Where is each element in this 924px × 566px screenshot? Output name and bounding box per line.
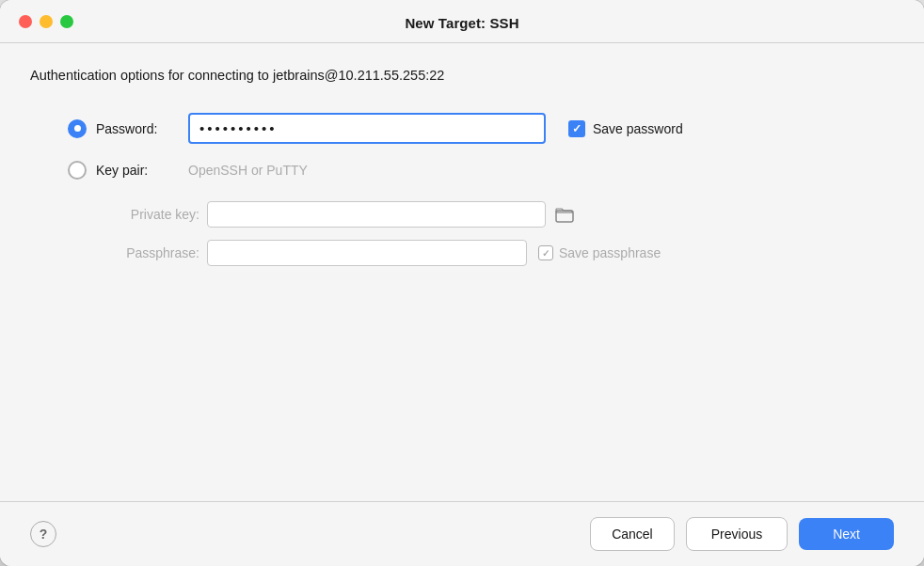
private-key-label: Private key: <box>96 207 199 222</box>
save-password-checkbox[interactable] <box>568 120 585 137</box>
passphrase-label: Passphrase: <box>96 245 199 260</box>
keypair-radio[interactable] <box>68 161 87 180</box>
titlebar: New Target: SSH <box>0 0 924 42</box>
previous-button[interactable]: Previous <box>686 517 788 551</box>
save-password-label: Save password <box>593 121 683 136</box>
close-button[interactable] <box>19 15 32 28</box>
help-button[interactable]: ? <box>30 521 56 547</box>
auth-description: Authentication options for connecting to… <box>30 66 894 85</box>
main-content: Authentication options for connecting to… <box>0 43 924 501</box>
save-passphrase-label: Save passphrase <box>559 245 661 260</box>
save-passphrase-checkbox[interactable] <box>538 245 553 260</box>
password-row: Password: Save password <box>68 113 894 144</box>
passphrase-input[interactable] <box>207 240 527 266</box>
private-key-input[interactable] <box>207 201 546 228</box>
cancel-button[interactable]: Cancel <box>590 517 675 551</box>
browse-button[interactable] <box>550 200 580 228</box>
footer-actions: Cancel Previous Next <box>590 517 894 551</box>
maximize-button[interactable] <box>60 15 73 28</box>
password-label: Password: <box>96 121 181 136</box>
password-radio[interactable] <box>68 119 87 138</box>
next-button[interactable]: Next <box>799 518 894 550</box>
window-controls <box>19 15 73 28</box>
keypair-hint: OpenSSH or PuTTY <box>188 163 308 178</box>
save-password-row: Save password <box>568 120 683 137</box>
password-input[interactable] <box>188 113 546 144</box>
private-key-row: Private key: <box>96 200 894 228</box>
dialog-window: New Target: SSH Authentication options f… <box>0 0 924 566</box>
minimize-button[interactable] <box>40 15 53 28</box>
form-area: Password: Save password Key pair: OpenSS… <box>30 113 894 482</box>
footer: ? Cancel Previous Next <box>0 502 924 566</box>
keypair-subfields: Private key: Passphrase: <box>68 200 894 266</box>
save-passphrase-row: Save passphrase <box>538 245 661 260</box>
keypair-row: Key pair: OpenSSH or PuTTY <box>68 161 894 180</box>
help-icon: ? <box>40 527 48 542</box>
passphrase-row: Passphrase: Save passphrase <box>96 240 894 266</box>
keypair-label: Key pair: <box>96 163 181 178</box>
window-title: New Target: SSH <box>405 15 518 31</box>
